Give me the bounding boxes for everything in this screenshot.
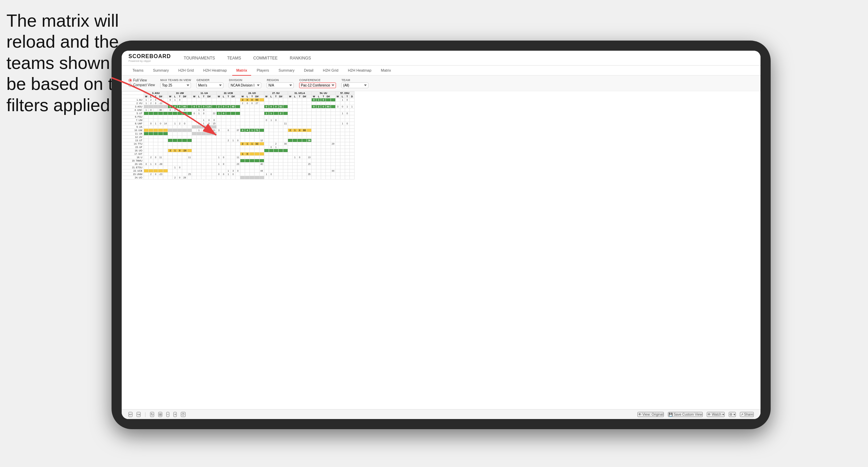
compact-view-radio[interactable]: Compact View bbox=[128, 83, 155, 87]
sub-header-blank bbox=[122, 95, 144, 98]
matrix-cell bbox=[197, 176, 201, 179]
matrix-cell bbox=[182, 129, 187, 132]
matrix-cell bbox=[340, 102, 345, 105]
matrix-cell bbox=[173, 115, 177, 119]
matrix-cell bbox=[312, 132, 316, 136]
max-teams-select[interactable]: Top 25 Top 50 All bbox=[160, 82, 191, 88]
matrix-cell bbox=[250, 112, 255, 115]
tab-summary2[interactable]: Summary bbox=[274, 66, 298, 76]
zoom-fit-button[interactable]: ⊞ bbox=[158, 412, 162, 417]
matrix-cell: 0 bbox=[231, 173, 235, 176]
matrix-cell bbox=[212, 149, 216, 152]
refresh-button[interactable]: ↻ bbox=[150, 412, 154, 417]
matrix-cell bbox=[177, 139, 182, 142]
division-select[interactable]: NCAA Division I NCAA Division II bbox=[229, 82, 261, 88]
tab-h2h-grid2[interactable]: H2H Grid bbox=[319, 66, 342, 76]
matrix-cell bbox=[255, 146, 259, 149]
tab-detail[interactable]: Detail bbox=[300, 66, 317, 76]
settings-button[interactable]: ⚙ ▾ bbox=[729, 412, 736, 417]
zoom-out-button[interactable]: − bbox=[166, 412, 170, 417]
uo-dif: Dif bbox=[255, 95, 259, 98]
matrix-cell: 1 bbox=[201, 119, 206, 122]
matrix-cell: 1 bbox=[153, 122, 158, 125]
matrix-cell bbox=[163, 132, 168, 136]
matrix-cell bbox=[312, 173, 316, 176]
matrix-cell: 50 bbox=[255, 98, 259, 102]
matrix-cell bbox=[173, 152, 177, 156]
matrix-cell bbox=[255, 136, 259, 139]
tab-teams[interactable]: Teams bbox=[128, 66, 147, 76]
matrix-cell bbox=[288, 152, 292, 156]
matrix-cell bbox=[216, 159, 221, 163]
matrix-cell bbox=[345, 156, 349, 159]
matrix-cell bbox=[240, 139, 245, 142]
tab-summary[interactable]: Summary bbox=[149, 66, 173, 76]
tab-matrix[interactable]: Matrix bbox=[232, 66, 251, 76]
matrix-cell bbox=[345, 115, 349, 119]
gender-select[interactable]: Men's Women's bbox=[196, 82, 223, 88]
matrix-cell bbox=[250, 149, 255, 152]
matrix-cell bbox=[250, 108, 255, 112]
matrix-cell bbox=[283, 125, 288, 129]
matrix-cell bbox=[259, 136, 264, 139]
matrix-cell bbox=[321, 102, 326, 105]
matrix-cell bbox=[226, 136, 231, 139]
matrix-cell: 0 bbox=[345, 122, 349, 125]
tab-h2h-heatmap[interactable]: H2H Heatmap bbox=[199, 66, 231, 76]
nav-committee[interactable]: COMMITTEE bbox=[250, 54, 280, 62]
tab-h2h-grid[interactable]: H2H Grid bbox=[174, 66, 198, 76]
undo-button[interactable]: ↩ bbox=[128, 412, 132, 417]
matrix-cell bbox=[226, 159, 231, 163]
clock-button[interactable]: ⏱ bbox=[181, 412, 186, 417]
matrix-cell bbox=[316, 108, 321, 112]
matrix-cell: 1 bbox=[245, 142, 250, 146]
matrix-cell bbox=[335, 149, 340, 152]
region-select[interactable]: N/A East West bbox=[267, 82, 294, 88]
matrix-cell bbox=[326, 176, 331, 179]
save-custom-button[interactable]: 💾 Save Custom View bbox=[668, 412, 703, 417]
matrix-cell bbox=[316, 122, 321, 125]
matrix-cell bbox=[149, 149, 153, 152]
matrix-cell: 2 bbox=[216, 105, 221, 108]
team-select[interactable]: (All) bbox=[341, 82, 368, 88]
matrix-cell: 15 bbox=[212, 122, 216, 125]
matrix-cell bbox=[144, 176, 149, 179]
full-view-radio[interactable]: Full View bbox=[128, 78, 155, 82]
conference-select[interactable]: Pac-12 Conference (All) Big Ten bbox=[299, 82, 336, 88]
matrix-cell bbox=[197, 119, 201, 122]
matrix-cell bbox=[226, 146, 231, 149]
matrix-cell: 0 bbox=[177, 105, 182, 108]
matrix-cell bbox=[144, 152, 149, 156]
matrix-cell bbox=[264, 149, 269, 152]
matrix-cell bbox=[349, 159, 354, 163]
matrix-cell bbox=[259, 142, 264, 146]
share-button[interactable]: ↗ Share bbox=[740, 412, 754, 417]
matrix-cell bbox=[278, 149, 283, 152]
nav-tournaments[interactable]: TOURNAMENTS bbox=[181, 54, 218, 62]
nav-rankings[interactable]: RANKINGS bbox=[287, 54, 314, 62]
view-original-button[interactable]: 👁 View: Original bbox=[637, 412, 664, 417]
nav-teams[interactable]: TEAMS bbox=[224, 54, 244, 62]
matrix-cell bbox=[226, 102, 231, 105]
asu-l: L bbox=[149, 95, 153, 98]
matrix-cell bbox=[292, 136, 297, 139]
matrix-cell: 0 bbox=[153, 156, 158, 159]
tab-players[interactable]: Players bbox=[252, 66, 273, 76]
row-label: 3. ASU bbox=[122, 105, 144, 108]
matrix-cell: 1 bbox=[345, 105, 349, 108]
col-header-asu: 3. ASU bbox=[144, 92, 168, 95]
matrix-cell bbox=[187, 122, 192, 125]
tab-matrix2[interactable]: Matrix bbox=[377, 66, 395, 76]
matrix-cell bbox=[316, 102, 321, 105]
matrix-cell bbox=[173, 112, 177, 115]
watch-button[interactable]: 👁 Watch ▾ bbox=[707, 412, 725, 417]
tab-h2h-heatmap2[interactable]: H2H Heatmap bbox=[344, 66, 376, 76]
matrix-area[interactable]: 3. ASU 10. UW 11. UA 22. UCB 24. UO 27. … bbox=[122, 91, 761, 409]
ucb-dif: Dif bbox=[231, 95, 235, 98]
matrix-cell bbox=[335, 108, 340, 112]
matrix-cell: 0 bbox=[221, 112, 226, 115]
ucb-space bbox=[236, 95, 240, 98]
redo-button[interactable]: ↪ bbox=[137, 412, 141, 417]
zoom-in-button[interactable]: + bbox=[173, 412, 177, 417]
matrix-cell bbox=[236, 159, 240, 163]
